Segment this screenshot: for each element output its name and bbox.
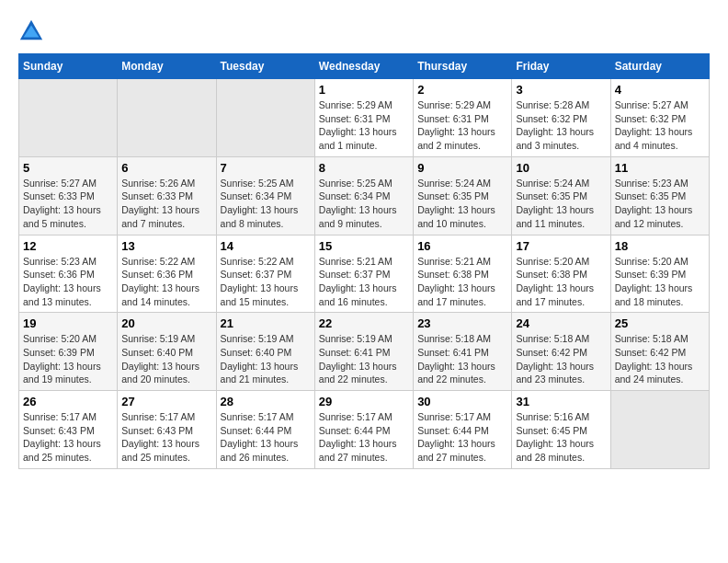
day-info: Sunrise: 5:22 AM Sunset: 6:36 PM Dayligh… [121,255,211,309]
day-info: Sunrise: 5:28 AM Sunset: 6:32 PM Dayligh… [516,98,606,153]
week-row: 19Sunrise: 5:20 AM Sunset: 6:39 PM Dayli… [19,313,710,391]
day-info: Sunrise: 5:19 AM Sunset: 6:40 PM Dayligh… [121,332,211,386]
calendar-table: SundayMondayTuesdayWednesdayThursdayFrid… [18,53,710,469]
day-cell: 29Sunrise: 5:17 AM Sunset: 6:44 PM Dayli… [314,391,413,469]
week-row: 26Sunrise: 5:17 AM Sunset: 6:43 PM Dayli… [19,391,710,469]
day-number: 7 [221,161,311,175]
header-row: SundayMondayTuesdayWednesdayThursdayFrid… [19,54,710,79]
day-cell: 25Sunrise: 5:18 AM Sunset: 6:42 PM Dayli… [610,313,709,391]
day-cell: 13Sunrise: 5:22 AM Sunset: 6:36 PM Dayli… [118,235,216,313]
day-cell: 1Sunrise: 5:29 AM Sunset: 6:31 PM Daylig… [314,79,413,157]
day-cell: 24Sunrise: 5:18 AM Sunset: 6:42 PM Dayli… [512,313,610,391]
day-number: 18 [615,239,705,253]
day-cell: 30Sunrise: 5:17 AM Sunset: 6:44 PM Dayli… [414,391,512,469]
day-number: 14 [221,239,311,253]
day-cell: 4Sunrise: 5:27 AM Sunset: 6:32 PM Daylig… [610,79,709,157]
day-number: 22 [319,316,409,330]
day-number: 5 [23,161,113,175]
day-cell: 19Sunrise: 5:20 AM Sunset: 6:39 PM Dayli… [19,313,118,391]
day-cell: 15Sunrise: 5:21 AM Sunset: 6:37 PM Dayli… [314,235,413,313]
logo-icon [18,18,44,44]
day-info: Sunrise: 5:16 AM Sunset: 6:45 PM Dayligh… [516,410,606,465]
day-number: 10 [516,161,606,175]
day-info: Sunrise: 5:19 AM Sunset: 6:40 PM Dayligh… [221,332,311,386]
day-number: 23 [417,316,507,330]
day-number: 8 [319,161,409,175]
day-info: Sunrise: 5:18 AM Sunset: 6:42 PM Dayligh… [516,332,606,386]
day-cell: 28Sunrise: 5:17 AM Sunset: 6:44 PM Dayli… [216,391,314,469]
day-number: 12 [23,239,113,253]
day-number: 26 [23,395,113,408]
day-cell: 21Sunrise: 5:19 AM Sunset: 6:40 PM Dayli… [216,313,314,391]
week-row: 1Sunrise: 5:29 AM Sunset: 6:31 PM Daylig… [19,79,710,157]
header-cell-thursday: Thursday [414,54,512,79]
day-number: 25 [615,316,705,330]
day-cell: 31Sunrise: 5:16 AM Sunset: 6:45 PM Dayli… [512,391,610,469]
day-cell: 7Sunrise: 5:25 AM Sunset: 6:34 PM Daylig… [216,156,314,235]
day-info: Sunrise: 5:18 AM Sunset: 6:42 PM Dayligh… [615,332,705,386]
day-number: 30 [417,395,507,408]
day-cell: 9Sunrise: 5:24 AM Sunset: 6:35 PM Daylig… [414,156,512,235]
day-cell: 26Sunrise: 5:17 AM Sunset: 6:43 PM Dayli… [19,391,118,469]
day-info: Sunrise: 5:25 AM Sunset: 6:34 PM Dayligh… [221,177,311,231]
day-info: Sunrise: 5:27 AM Sunset: 6:32 PM Dayligh… [615,98,705,153]
day-info: Sunrise: 5:17 AM Sunset: 6:43 PM Dayligh… [23,410,113,465]
day-cell [19,79,118,157]
day-cell: 5Sunrise: 5:27 AM Sunset: 6:33 PM Daylig… [19,156,118,235]
day-info: Sunrise: 5:25 AM Sunset: 6:34 PM Dayligh… [319,177,409,231]
day-info: Sunrise: 5:17 AM Sunset: 6:43 PM Dayligh… [121,410,211,465]
day-info: Sunrise: 5:17 AM Sunset: 6:44 PM Dayligh… [417,410,507,465]
day-cell: 8Sunrise: 5:25 AM Sunset: 6:34 PM Daylig… [314,156,413,235]
day-number: 11 [615,161,705,175]
day-number: 20 [121,316,211,330]
header-cell-saturday: Saturday [610,54,709,79]
day-number: 9 [417,161,507,175]
day-number: 2 [417,83,507,97]
day-number: 19 [23,316,113,330]
week-row: 12Sunrise: 5:23 AM Sunset: 6:36 PM Dayli… [19,235,710,313]
day-info: Sunrise: 5:20 AM Sunset: 6:38 PM Dayligh… [516,255,606,309]
day-info: Sunrise: 5:23 AM Sunset: 6:35 PM Dayligh… [615,177,705,231]
day-cell: 2Sunrise: 5:29 AM Sunset: 6:31 PM Daylig… [414,79,512,157]
logo [18,18,48,44]
day-info: Sunrise: 5:18 AM Sunset: 6:41 PM Dayligh… [417,332,507,386]
day-cell: 27Sunrise: 5:17 AM Sunset: 6:43 PM Dayli… [118,391,216,469]
day-number: 21 [221,316,311,330]
day-number: 31 [516,395,606,408]
day-info: Sunrise: 5:29 AM Sunset: 6:31 PM Dayligh… [319,98,409,153]
day-info: Sunrise: 5:23 AM Sunset: 6:36 PM Dayligh… [23,255,113,309]
day-number: 15 [319,239,409,253]
day-number: 17 [516,239,606,253]
day-number: 24 [516,316,606,330]
day-cell: 12Sunrise: 5:23 AM Sunset: 6:36 PM Dayli… [19,235,118,313]
day-cell: 18Sunrise: 5:20 AM Sunset: 6:39 PM Dayli… [610,235,709,313]
day-cell [118,79,216,157]
header-cell-sunday: Sunday [19,54,118,79]
day-number: 4 [615,83,705,97]
day-cell: 16Sunrise: 5:21 AM Sunset: 6:38 PM Dayli… [414,235,512,313]
day-info: Sunrise: 5:24 AM Sunset: 6:35 PM Dayligh… [417,177,507,231]
page-header [18,18,710,44]
day-number: 13 [121,239,211,253]
day-cell: 23Sunrise: 5:18 AM Sunset: 6:41 PM Dayli… [414,313,512,391]
day-number: 16 [417,239,507,253]
day-info: Sunrise: 5:21 AM Sunset: 6:38 PM Dayligh… [417,255,507,309]
week-row: 5Sunrise: 5:27 AM Sunset: 6:33 PM Daylig… [19,156,710,235]
header-cell-monday: Monday [118,54,216,79]
day-cell: 22Sunrise: 5:19 AM Sunset: 6:41 PM Dayli… [314,313,413,391]
day-cell: 11Sunrise: 5:23 AM Sunset: 6:35 PM Dayli… [610,156,709,235]
day-info: Sunrise: 5:20 AM Sunset: 6:39 PM Dayligh… [23,332,113,386]
day-info: Sunrise: 5:27 AM Sunset: 6:33 PM Dayligh… [23,177,113,231]
day-cell: 14Sunrise: 5:22 AM Sunset: 6:37 PM Dayli… [216,235,314,313]
day-cell: 3Sunrise: 5:28 AM Sunset: 6:32 PM Daylig… [512,79,610,157]
header-cell-friday: Friday [512,54,610,79]
day-cell: 17Sunrise: 5:20 AM Sunset: 6:38 PM Dayli… [512,235,610,313]
day-number: 29 [319,395,409,408]
day-info: Sunrise: 5:17 AM Sunset: 6:44 PM Dayligh… [319,410,409,465]
day-number: 6 [121,161,211,175]
day-info: Sunrise: 5:20 AM Sunset: 6:39 PM Dayligh… [615,255,705,309]
day-number: 28 [221,395,311,408]
day-number: 27 [121,395,211,408]
day-info: Sunrise: 5:17 AM Sunset: 6:44 PM Dayligh… [221,410,311,465]
day-cell [216,79,314,157]
